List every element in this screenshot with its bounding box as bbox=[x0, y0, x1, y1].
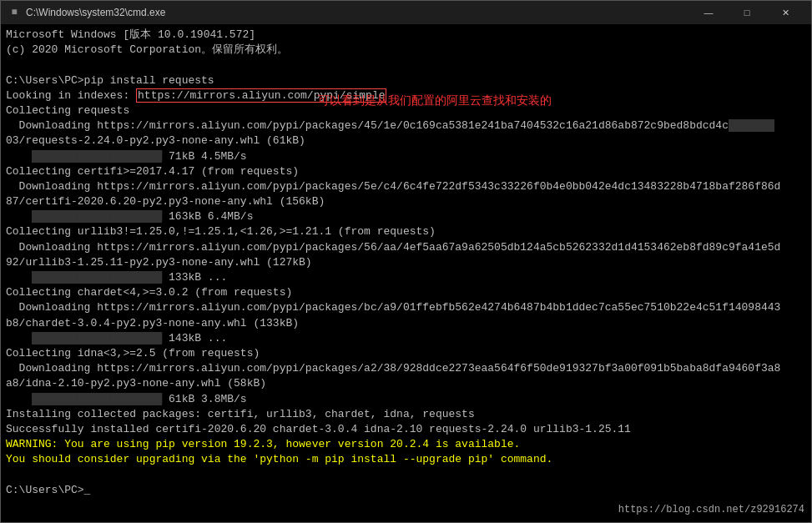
watermark: https://blog.csdn.net/z92916274 bbox=[618, 503, 804, 517]
terminal-prompt: C:\Users\PC>_ bbox=[6, 483, 806, 498]
terminal-line: Collecting idna<3,>=2.5 (from requests) bbox=[6, 346, 806, 361]
terminal-line: ████████████████████ 61kB 3.8MB/s bbox=[6, 392, 806, 407]
maximize-button[interactable]: □ bbox=[728, 1, 766, 24]
terminal-line: Successfully installed certifi-2020.6.20… bbox=[6, 422, 806, 437]
cmd-icon: ■ bbox=[8, 6, 21, 19]
terminal-line: Downloading https://mirrors.aliyun.com/p… bbox=[6, 118, 806, 133]
terminal-line: (c) 2020 Microsoft Corporation。保留所有权利。 bbox=[6, 43, 806, 58]
terminal-line bbox=[6, 467, 806, 482]
terminal-line: ████████████████████ 71kB 4.5MB/s bbox=[6, 149, 806, 164]
terminal-line: Collecting chardet<4,>=3.0.2 (from reque… bbox=[6, 285, 806, 300]
cmd-window: ■ C:\Windows\system32\cmd.exe — □ ✕ 可以看到… bbox=[0, 0, 812, 523]
warning-line-2: You should consider upgrading via the 'p… bbox=[6, 452, 806, 467]
censored-progress: ████████████████████ bbox=[32, 210, 162, 223]
warning-line-1: WARNING: You are using pip version 19.2.… bbox=[6, 437, 806, 452]
censored-progress: ████████████████████ bbox=[32, 393, 162, 405]
terminal-line: ████████████████████ 133kB ... bbox=[6, 270, 806, 285]
terminal-line: 87/certifi-2020.6.20-py2.py3-none-any.wh… bbox=[6, 194, 806, 209]
terminal-line: ████████████████████ 143kB ... bbox=[6, 331, 806, 346]
terminal-line: 92/urllib3-1.25.11-py2.py3-none-any.whl … bbox=[6, 255, 806, 270]
terminal-line: Downloading https://mirrors.aliyun.com/p… bbox=[6, 300, 806, 315]
terminal-line: b8/chardet-3.0.4-py2.py3-none-any.whl (1… bbox=[6, 316, 806, 331]
terminal-line: ████████████████████ 163kB 6.4MB/s bbox=[6, 209, 806, 224]
censored-progress: ████████████████████ bbox=[32, 332, 162, 344]
terminal-line: Collecting certifi>=2017.4.17 (from requ… bbox=[6, 164, 806, 179]
terminal-line bbox=[6, 58, 806, 73]
censored-progress: ████████████████████ bbox=[32, 150, 162, 163]
terminal-line: a8/idna-2.10-py2.py3-none-any.whl (58kB) bbox=[6, 376, 806, 391]
terminal-line: Microsoft Windows [版本 10.0.19041.572] bbox=[6, 28, 806, 43]
terminal-line: Downloading https://mirrors.aliyun.com/p… bbox=[6, 179, 806, 194]
title-bar-text: C:\Windows\system32\cmd.exe bbox=[26, 7, 689, 18]
censored-text: 4239541 bbox=[729, 119, 774, 132]
terminal-line: Downloading https://mirrors.aliyun.com/p… bbox=[6, 240, 806, 255]
title-bar: ■ C:\Windows\system32\cmd.exe — □ ✕ bbox=[1, 1, 811, 24]
terminal-line: C:\Users\PC>pip install requests bbox=[6, 73, 806, 88]
annotation-text: 可以看到是从我们配置的阿里云查找和安装的 bbox=[318, 93, 552, 109]
terminal-line: Collecting urllib3!=1.25.0,!=1.25.1,<1.2… bbox=[6, 224, 806, 239]
terminal-line: Downloading https://mirrors.aliyun.com/p… bbox=[6, 361, 806, 376]
window-controls: — □ ✕ bbox=[689, 1, 804, 24]
terminal-body: 可以看到是从我们配置的阿里云查找和安装的 Microsoft Windows [… bbox=[1, 24, 811, 522]
censored-progress: ████████████████████ bbox=[32, 271, 162, 284]
terminal-line: Installing collected packages: certifi, … bbox=[6, 407, 806, 422]
close-button[interactable]: ✕ bbox=[766, 1, 804, 24]
minimize-button[interactable]: — bbox=[689, 1, 728, 24]
terminal-line: 03/requests-2.24.0-py2.py3-none-any.whl … bbox=[6, 133, 806, 148]
